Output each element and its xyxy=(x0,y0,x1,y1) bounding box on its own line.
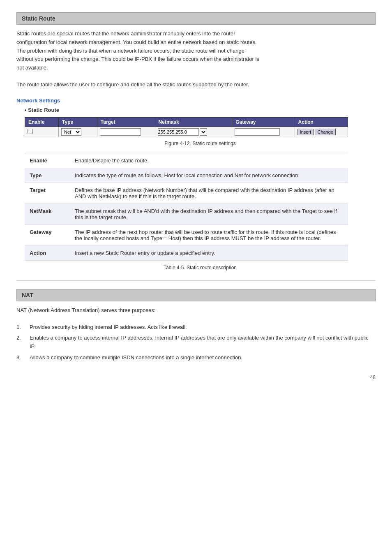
nat-list-item: 1.Provides security by hiding internal I… xyxy=(16,323,376,332)
figure-caption: Figure 4-12. Static route settings xyxy=(25,141,376,146)
change-button[interactable]: Change xyxy=(315,129,336,135)
action-cell: Insert Change xyxy=(295,127,348,137)
target-cell xyxy=(97,127,155,137)
desc-row: Target Defines the base IP address (Netw… xyxy=(25,183,348,204)
netmask-cell xyxy=(155,127,232,137)
desc-term: NetMask xyxy=(25,204,70,224)
desc-row: NetMask The subnet mask that will be AND… xyxy=(25,204,348,224)
desc-row: Type Indicates the type of route as foll… xyxy=(25,168,348,183)
desc-line-3: The problem with doing this is that when… xyxy=(16,47,376,56)
static-route-section: Static Route Static routes are special r… xyxy=(16,12,376,271)
static-route-header: Static Route xyxy=(16,12,376,25)
nat-item-num: 2. xyxy=(16,334,25,351)
col-header-target: Target xyxy=(97,117,155,127)
desc-term: Gateway xyxy=(25,224,70,245)
static-route-title: Static Route xyxy=(22,15,55,22)
network-settings-label: Network Settings xyxy=(16,97,376,104)
nat-intro: NAT (Network Address Translation) serves… xyxy=(16,306,376,315)
desc-line-1: Static routes are special routes that th… xyxy=(16,30,376,38)
bullet-label: Static Route xyxy=(28,107,59,113)
nat-item-num: 1. xyxy=(16,323,25,332)
col-header-type: Type xyxy=(59,117,97,127)
bullet-icon: • xyxy=(25,107,28,113)
desc-row: Action Insert a new Static Router entry … xyxy=(25,245,348,260)
gateway-input[interactable] xyxy=(235,128,280,136)
desc-term: Enable xyxy=(25,153,70,168)
nat-item-text: Provides security by hiding internal IP … xyxy=(30,323,187,332)
section-divider xyxy=(16,280,376,281)
nat-list-item: 2.Enables a company to access internal I… xyxy=(16,334,376,351)
nat-header: NAT xyxy=(16,289,376,301)
desc-definition: Enable/Disable the static route. xyxy=(70,153,348,168)
col-header-action: Action xyxy=(295,117,348,127)
table-caption: Table 4-5. Static route description xyxy=(25,265,376,271)
nat-section: NAT NAT (Network Address Translation) se… xyxy=(16,289,376,362)
static-route-body: Static routes are special routes that th… xyxy=(16,30,376,72)
route-table-note: The route table allows the user to confi… xyxy=(16,81,376,89)
col-header-enable: Enable xyxy=(25,117,59,127)
desc-line-4: without you performing the change. This … xyxy=(16,55,376,64)
enable-checkbox[interactable] xyxy=(28,129,33,134)
route-settings-table: Enable Type Target Netmask Gateway Actio… xyxy=(25,117,348,137)
nat-title: NAT xyxy=(22,292,33,298)
desc-definition: Defines the base IP address (Network Num… xyxy=(70,183,348,204)
netmask-select[interactable] xyxy=(200,128,207,136)
desc-term: Target xyxy=(25,183,70,204)
desc-line-2: configuration for local network manageme… xyxy=(16,38,376,47)
nat-item-text: Enables a company to access internal IP … xyxy=(30,334,376,351)
desc-definition: Insert a new Static Router entry or upda… xyxy=(70,245,348,260)
nat-list-item: 3.Allows a company to combine multiple I… xyxy=(16,354,376,362)
type-select[interactable]: Net Host xyxy=(61,128,81,136)
route-table-note-text: The route table allows the user to confi… xyxy=(16,81,376,89)
nat-item-num: 3. xyxy=(16,354,25,362)
page-number: 48 xyxy=(16,375,376,380)
desc-row: Enable Enable/Disable the static route. xyxy=(25,153,348,168)
netmask-input[interactable] xyxy=(158,128,199,136)
insert-button[interactable]: Insert xyxy=(297,129,314,135)
desc-term: Type xyxy=(25,168,70,183)
desc-definition: The IP address of the next hop router th… xyxy=(70,224,348,245)
bullet-static-route: • Static Route xyxy=(25,107,376,113)
gateway-cell xyxy=(232,127,295,137)
nat-item-text: Allows a company to combine multiple ISD… xyxy=(30,354,242,362)
col-header-gateway: Gateway xyxy=(232,117,295,127)
desc-definition: The subnet mask that will be AND'd with … xyxy=(70,204,348,224)
nat-intro-text: NAT (Network Address Translation) serves… xyxy=(16,306,376,315)
enable-cell xyxy=(25,127,59,137)
desc-row: Gateway The IP address of the next hop r… xyxy=(25,224,348,245)
desc-line-5: not available. xyxy=(16,64,376,72)
desc-definition: Indicates the type of route as follows, … xyxy=(70,168,348,183)
col-header-netmask: Netmask xyxy=(155,117,232,127)
desc-term: Action xyxy=(25,245,70,260)
table-row: Net Host xyxy=(25,127,348,137)
desc-table: Enable Enable/Disable the static route. … xyxy=(25,153,348,261)
type-cell: Net Host xyxy=(59,127,97,137)
target-input[interactable] xyxy=(100,128,141,136)
nat-list: 1.Provides security by hiding internal I… xyxy=(16,323,376,362)
